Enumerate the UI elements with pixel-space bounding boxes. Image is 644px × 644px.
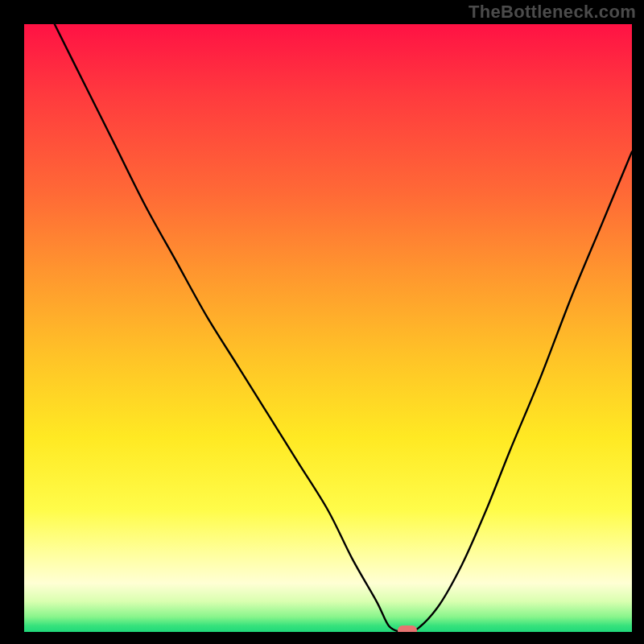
curve-layer [24, 24, 632, 632]
chart-frame: TheBottleneck.com [0, 0, 644, 644]
bottleneck-curve [55, 24, 632, 632]
optimal-marker [398, 625, 417, 632]
watermark-label: TheBottleneck.com [469, 2, 636, 23]
plot-area [24, 24, 632, 632]
